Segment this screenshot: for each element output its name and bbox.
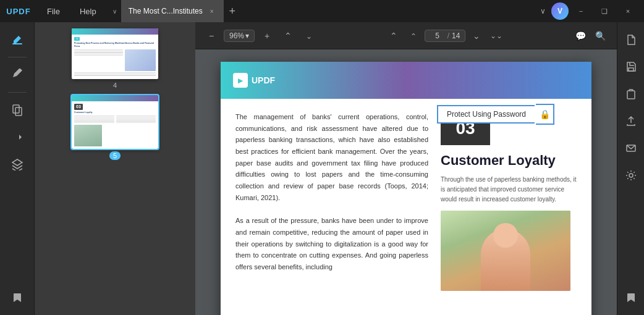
right-sidebar-bookmark-icon[interactable] [619, 285, 643, 310]
svg-rect-4 [627, 91, 635, 99]
thumb4-line [74, 49, 123, 50]
thumbnail-page-4[interactable]: 02 Promoting Best Practice and Reducing … [72, 28, 158, 89]
thumbnail-frame-5: 03 Customer Loyalty [72, 95, 158, 149]
paragraph-1: The management of banks' current operati… [235, 111, 428, 204]
zoom-dropdown-arrow: ▾ [245, 32, 249, 40]
menu-help[interactable]: Help [70, 0, 106, 22]
thumb5-line [74, 122, 114, 123]
main-layout: 02 Promoting Best Practice and Reducing … [0, 22, 644, 315]
titlebar-right: ∨ V − ❑ × [535, 2, 639, 20]
sidebar-convert-icon[interactable] [5, 125, 30, 149]
thumb4-line [74, 52, 123, 52]
right-sidebar-export-icon[interactable] [619, 109, 643, 133]
current-page-input[interactable]: 5 [430, 32, 445, 40]
sidebar-layers-icon[interactable] [5, 152, 30, 177]
paragraph-2: As a result of the pressure, banks have … [235, 215, 428, 272]
search-button[interactable]: 🔍 [592, 27, 609, 44]
thumb4-body: 02 Promoting Best Practice and Reducing … [72, 35, 158, 79]
thumb5-line [116, 119, 156, 120]
minimize-button[interactable]: − [570, 2, 592, 20]
thumb5-num: 03 [74, 104, 83, 110]
svg-rect-2 [15, 107, 22, 116]
customer-image [441, 211, 570, 291]
page-separator: / [447, 32, 449, 40]
thumb4-image [125, 49, 156, 71]
updf-badge-icon: ▶ [233, 73, 248, 88]
maximize-button[interactable]: ❑ [593, 2, 616, 20]
right-sidebar-save-icon[interactable] [619, 54, 643, 79]
protect-password-button[interactable]: Protect Using Password [437, 105, 535, 124]
right-sidebar-settings-icon[interactable] [619, 163, 643, 188]
thumb5-subtitle: Customer Loyalty [74, 111, 156, 114]
close-button[interactable]: × [617, 2, 639, 20]
new-tab-button[interactable]: + [224, 2, 241, 20]
thumb4-line [74, 51, 123, 51]
thumbnail-frame-4: 02 Promoting Best Practice and Reducing … [72, 28, 158, 79]
user-avatar[interactable]: V [551, 2, 569, 20]
menu-bar: File Help [37, 0, 106, 22]
menu-file[interactable]: File [37, 0, 70, 22]
next-page-last-button[interactable]: ⌄⌄ [488, 27, 505, 44]
right-sidebar [617, 22, 644, 315]
tab-close-btn[interactable]: × [208, 7, 216, 15]
right-sidebar-document-icon[interactable] [619, 27, 643, 52]
pdf-viewer: ▶ UPDF The management of banks' current … [195, 49, 617, 315]
total-pages: 14 [452, 32, 460, 40]
protect-password-icon[interactable]: 🔒 [536, 104, 554, 125]
sidebar-edit-icon[interactable] [5, 27, 30, 52]
zoom-value: 96% [229, 32, 244, 40]
sidebar-divider-1 [8, 57, 27, 57]
thumbnail-page-number-4: 4 [113, 82, 117, 89]
thumbnail-page-5[interactable]: 03 Customer Loyalty [72, 95, 158, 160]
thumb5-line [74, 120, 114, 121]
section-title: Customer Loyalty [441, 153, 577, 169]
thumb5-image [74, 125, 102, 146]
comment-button[interactable]: 💬 [572, 27, 590, 44]
tab-dropdown-btn[interactable]: ∨ [109, 8, 121, 15]
zoom-out-button[interactable]: − [203, 27, 220, 44]
thumb5-line [116, 118, 156, 119]
sidebar-pages-icon[interactable] [5, 98, 30, 122]
pdf-page: ▶ UPDF The management of banks' current … [221, 62, 591, 315]
toolbar: − 96% ▾ + ⌃ ⌃ ⌃ ⌄ 5 / 14 ⌄ ⌄⌄ [195, 22, 617, 49]
thumb5-line [116, 116, 156, 116]
thumb4-title: Promoting Best Practice and Reducing Wor… [74, 42, 156, 48]
thumb5-line [74, 116, 114, 116]
thumb4-header [72, 28, 158, 35]
left-sidebar [0, 22, 35, 315]
right-sidebar-clipboard-icon[interactable] [619, 82, 643, 106]
tabs-area: ∨ The Most C...Institutes × + [109, 0, 535, 22]
pdf-main-text: The management of banks' current operati… [235, 111, 428, 291]
toolbar-right-controls: 💬 🔍 [572, 27, 609, 44]
svg-rect-0 [12, 43, 22, 44]
section-description: Through the use of paperless banking met… [441, 175, 577, 204]
thumbnail-panel: 02 Promoting Best Practice and Reducing … [35, 22, 195, 315]
prev-page-first-button[interactable]: ⌃ [385, 27, 402, 44]
sidebar-bookmark-icon[interactable] [5, 285, 30, 310]
thumb5-line [116, 122, 156, 123]
thumb5-line [116, 117, 156, 117]
thumb5-line [74, 118, 114, 119]
more-options-btn[interactable]: ∨ [535, 4, 550, 19]
zoom-in-button[interactable]: + [258, 27, 276, 44]
thumb4-line [74, 54, 123, 54]
thumb4-col-bottom [74, 72, 156, 76]
zoom-level-display[interactable]: 96% ▾ [224, 30, 255, 42]
thumb5-line [74, 117, 114, 117]
next-page-button[interactable]: ⌄ [468, 27, 485, 44]
updf-badge: ▶ UPDF [233, 73, 275, 88]
thumb5-header [72, 95, 158, 101]
pdf-body-content: The management of banks' current operati… [221, 99, 591, 303]
thumb5-cols [74, 116, 156, 146]
fit-top2-button[interactable]: ⌃ [300, 27, 318, 44]
thumb5-line [116, 120, 156, 121]
svg-rect-3 [629, 68, 633, 71]
right-sidebar-mail-icon[interactable] [619, 136, 643, 161]
sidebar-annotate-icon[interactable] [5, 62, 30, 87]
prev-page-button[interactable]: ⌄ [405, 27, 422, 44]
thumb5-col-left [74, 116, 114, 146]
fit-top-button[interactable]: ⌃ [279, 27, 297, 44]
active-tab[interactable]: The Most C...Institutes × [121, 0, 224, 22]
thumbnail-page-number-5: 5 [109, 151, 121, 160]
svg-rect-1 [13, 105, 19, 113]
